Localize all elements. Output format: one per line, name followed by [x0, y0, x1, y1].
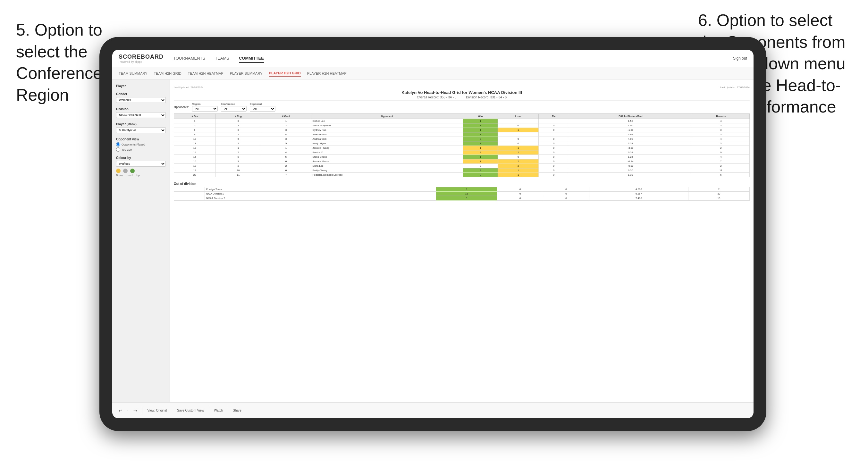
- gender-select[interactable]: Women's: [116, 97, 166, 103]
- toolbar-undo[interactable]: ↩: [119, 408, 123, 413]
- main-table: # Div # Reg # Conf Opponent Win Loss Tie…: [174, 114, 750, 177]
- filter-opponent-label: Opponent: [250, 102, 275, 105]
- out-of-division-table: Foreign Team 100 4.5002 NAIA Division 1 …: [174, 187, 750, 200]
- opponents-label: Opponents:: [174, 105, 189, 108]
- division-select[interactable]: NCAA Division III: [116, 112, 166, 118]
- tablet-shell: SCOREBOARD Powered by clippd TOURNAMENTS…: [99, 37, 766, 431]
- nav-teams[interactable]: TEAMS: [215, 54, 229, 63]
- table-row: 1125 Heejo Hyun 100 3.333: [174, 142, 750, 146]
- table-row: NCAA Division 2 500 7.40010: [174, 196, 750, 200]
- table-row: 914 Sharon Mun 1 3.673: [174, 132, 750, 137]
- toolbar-watch[interactable]: Watch: [214, 409, 223, 412]
- sidebar-colour-label: Colour by: [116, 156, 166, 160]
- sidebar-player-rank-label: Player (Rank): [116, 122, 166, 126]
- toolbar-view-original[interactable]: View: Original: [147, 409, 167, 412]
- filter-conference: Conference (All): [221, 102, 247, 112]
- player-rank-select[interactable]: 8. Katelyn Vo: [116, 127, 166, 133]
- subnav-player-h2h-grid[interactable]: PLAYER H2H GRID: [269, 70, 301, 76]
- th-opponent: Opponent: [311, 114, 463, 119]
- th-tie: Tie: [539, 114, 569, 119]
- table-row: 1585 Stella Cheng 100 1.254: [174, 155, 750, 159]
- table-row: 1474 Eunice Yi 220 0.389: [174, 150, 750, 155]
- opponent-select[interactable]: (All): [250, 106, 275, 112]
- sidebar-player-rank-section: Player (Rank) 8. Katelyn Vo: [116, 122, 166, 133]
- data-header: Last Updated: 27/03/2024 Last Updated: 2…: [174, 83, 750, 101]
- label-up: Up: [136, 174, 140, 177]
- dot-down: [116, 168, 121, 173]
- bottom-toolbar: ↩ · ↪ View: Original Save Custom View Wa…: [112, 402, 753, 418]
- sidebar-division-section: Division NCAA Division III: [116, 107, 166, 118]
- filter-conference-label: Conference: [221, 102, 247, 105]
- table-row: 1822 Euna Lee 020 -5.002: [174, 164, 750, 168]
- overall-record: Overall Record: 353 - 34 - 6: [417, 95, 456, 99]
- region-select[interactable]: (All): [192, 106, 218, 112]
- th-win: Win: [463, 114, 498, 119]
- toolbar-share[interactable]: Share: [233, 409, 242, 412]
- table-row: 1063 Andrea York 200 4.004: [174, 137, 750, 142]
- toolbar-redo[interactable]: ↪: [133, 408, 137, 413]
- table-row: 20117 Federica Domecq Lacroze 210 1.336: [174, 173, 750, 177]
- subnav-player-h2h-heatmap[interactable]: PLAYER H2H HEATMAP: [307, 70, 347, 76]
- table-row: NAIA Division 1 1500 9.26730: [174, 192, 750, 196]
- radio-opponents-played[interactable]: Opponents Played: [116, 142, 166, 147]
- data-area: Last Updated: 27/03/2024 Last Updated: 2…: [170, 80, 753, 402]
- table-row: Foreign Team 100 4.5002: [174, 187, 750, 192]
- data-records: Overall Record: 353 - 34 - 6 Division Re…: [174, 95, 750, 99]
- sidebar: Player Gender Women's Division NCAA Divi…: [112, 80, 170, 402]
- table-row: 522 Alexis Sudjianto 100 4.003: [174, 123, 750, 128]
- table-row: 633 Sydney Kuo 110 -1.003: [174, 128, 750, 132]
- subnav-team-summary[interactable]: TEAM SUMMARY: [119, 70, 148, 76]
- sidebar-colour-section: Colour by Win/loss Down Level Up: [116, 156, 166, 177]
- th-reg: # Reg: [215, 114, 261, 119]
- last-updated: Last Updated: 27/03/2024: [174, 86, 203, 89]
- th-diff: Diff Av Strokes/Rnd: [569, 114, 692, 119]
- sidebar-player-section: Player: [116, 84, 166, 88]
- toolbar-save-custom-view[interactable]: Save Custom View: [177, 409, 204, 412]
- subnav-team-h2h-heatmap[interactable]: TEAM H2H HEATMAP: [188, 70, 223, 76]
- nav-items: TOURNAMENTS TEAMS COMMITTEE: [173, 54, 733, 63]
- table-row: 1636 Jessica Mason 120 -0.947: [174, 159, 750, 164]
- nav-committee[interactable]: COMMITTEE: [239, 54, 264, 63]
- nav-right: Sign out: [733, 56, 747, 61]
- table-row: 331 Esther Lee 1 1.504: [174, 119, 750, 123]
- colour-dots: [116, 168, 166, 173]
- out-of-division-section: Out of division Foreign Team 100 4.5002: [174, 182, 750, 200]
- dot-level: [123, 168, 128, 173]
- colour-select[interactable]: Win/loss: [116, 161, 166, 167]
- sidebar-opponent-view-label: Opponent view: [116, 137, 166, 141]
- dot-up: [130, 168, 135, 173]
- sidebar-division-label: Division: [116, 107, 166, 111]
- toolbar-divider-3: [209, 407, 209, 414]
- th-rounds: Rounds: [692, 114, 750, 119]
- last-updated-2: Last Updated: 27/03/2024: [720, 86, 750, 89]
- nav-tournaments[interactable]: TOURNAMENTS: [173, 54, 205, 63]
- logo-text: SCOREBOARD: [119, 54, 163, 60]
- table-row: 1311 Jessica Huang 110 -3.002: [174, 146, 750, 150]
- sub-nav: TEAM SUMMARY TEAM H2H GRID TEAM H2H HEAT…: [112, 67, 753, 80]
- toolbar-divider-4: [228, 407, 228, 414]
- sidebar-gender-section: Gender Women's: [116, 92, 166, 103]
- toolbar-divider: [142, 407, 143, 414]
- sidebar-opponent-view-section: Opponent view Opponents Played Top 100: [116, 137, 166, 152]
- division-record: Division Record: 331 - 34 - 6: [466, 95, 507, 99]
- nav-bar: SCOREBOARD Powered by clippd TOURNAMENTS…: [112, 50, 753, 67]
- sidebar-gender-label: Gender: [116, 92, 166, 96]
- radio-top100[interactable]: Top 100: [116, 148, 166, 152]
- toolbar-divider-2: [172, 407, 172, 414]
- data-title: Katelyn Vo Head-to-Head Grid for Women's…: [174, 90, 750, 95]
- subnav-player-summary[interactable]: PLAYER SUMMARY: [230, 70, 262, 76]
- th-div: # Div: [174, 114, 216, 119]
- dot-labels: Down Level Up: [116, 174, 166, 177]
- subnav-team-h2h-grid[interactable]: TEAM H2H GRID: [154, 70, 182, 76]
- opponent-view-radio: Opponents Played Top 100: [116, 142, 166, 152]
- main-content: Player Gender Women's Division NCAA Divi…: [112, 80, 753, 402]
- filter-region: Region (All): [192, 102, 218, 112]
- logo-area: SCOREBOARD Powered by clippd: [119, 54, 163, 63]
- conference-select[interactable]: (All): [221, 106, 247, 112]
- filter-row: Opponents: Region (All) Conference (All): [174, 101, 750, 114]
- logo-sub: Powered by clippd: [119, 60, 163, 63]
- filter-opponent: Opponent (All): [250, 102, 275, 112]
- th-loss: Loss: [498, 114, 538, 119]
- sign-out-link[interactable]: Sign out: [733, 56, 747, 61]
- out-of-division-title: Out of division: [174, 182, 750, 186]
